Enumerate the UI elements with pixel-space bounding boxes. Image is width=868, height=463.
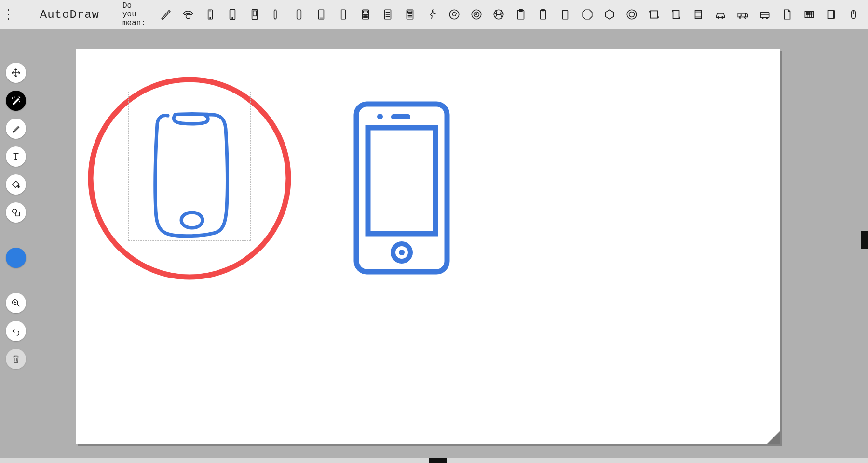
suggestion-octagon-icon[interactable] [581, 8, 594, 21]
suggestion-clipboard2-icon[interactable] [536, 8, 550, 21]
suggestion-mouse-icon[interactable] [847, 8, 860, 21]
left-toolbar [6, 63, 26, 369]
draw-tool[interactable] [6, 119, 26, 139]
svg-line-77 [17, 304, 20, 307]
suggestion-hexagon-icon[interactable] [603, 8, 616, 21]
svg-point-17 [364, 16, 365, 17]
suggestion-scroll3-icon[interactable] [692, 8, 705, 21]
suggestion-document-icon[interactable] [780, 8, 794, 21]
suggestion-clipboard-icon[interactable] [514, 8, 528, 21]
svg-point-84 [377, 114, 383, 119]
svg-rect-64 [807, 12, 808, 15]
svg-rect-4 [230, 9, 235, 20]
right-scroll-handle[interactable] [861, 231, 868, 249]
svg-point-30 [449, 10, 459, 19]
app-title: AutoDraw [40, 8, 99, 21]
suggestion-pen-icon[interactable] [159, 8, 173, 21]
svg-rect-40 [563, 10, 568, 19]
suggestion-phone-rect-icon[interactable] [314, 8, 328, 21]
suggestion-calculator-icon[interactable] [359, 8, 372, 21]
svg-point-59 [766, 18, 767, 19]
suggestion-soccer-ball-icon[interactable] [448, 8, 461, 21]
canvas[interactable] [76, 49, 780, 444]
svg-point-0 [186, 14, 190, 19]
bottom-scroll-handle[interactable] [429, 458, 447, 463]
svg-point-32 [472, 10, 481, 19]
svg-rect-85 [391, 114, 410, 119]
shape-tool[interactable] [6, 202, 26, 223]
svg-rect-8 [297, 10, 301, 19]
suggestion-smartphone2-icon[interactable] [248, 8, 261, 21]
svg-rect-66 [811, 12, 812, 15]
svg-marker-31 [452, 12, 457, 16]
suggestion-phone-handset-icon[interactable] [270, 8, 284, 21]
svg-point-44 [629, 12, 635, 17]
suggestion-piano-icon[interactable] [802, 8, 816, 21]
svg-point-52 [739, 17, 741, 18]
svg-point-14 [364, 14, 365, 15]
svg-marker-41 [583, 10, 592, 19]
svg-point-72 [14, 97, 14, 97]
svg-rect-7 [253, 11, 257, 16]
undo-tool[interactable] [6, 321, 26, 341]
svg-point-34 [476, 14, 477, 15]
svg-rect-38 [541, 10, 546, 19]
suggestion-scroll2-icon[interactable] [669, 8, 683, 21]
svg-point-53 [745, 17, 746, 18]
move-tool[interactable] [6, 63, 26, 83]
suggestion-smartphone-icon[interactable] [226, 8, 239, 21]
fill-tool[interactable] [6, 174, 26, 195]
trash-tool[interactable] [6, 349, 26, 369]
color-picker[interactable] [6, 248, 26, 268]
svg-point-18 [365, 16, 366, 17]
top-bar: AutoDraw Do you mean: [0, 0, 868, 29]
suggestion-calculator2-icon[interactable] [381, 8, 394, 21]
svg-rect-65 [809, 12, 810, 15]
suggestion-clipboard3-icon[interactable] [558, 8, 572, 21]
svg-point-74 [13, 209, 17, 213]
suggestion-strip [159, 8, 860, 21]
suggestion-volleyball-icon[interactable] [492, 8, 505, 21]
suggestion-car-icon[interactable] [714, 8, 727, 21]
suggestion-mobile-outline-icon[interactable] [203, 8, 217, 21]
suggestion-phone-rect2-icon[interactable] [337, 8, 350, 21]
svg-point-43 [627, 10, 637, 19]
suggestion-ambulance-icon[interactable] [736, 8, 749, 21]
svg-point-73 [19, 101, 20, 102]
suggestion-runner-icon[interactable] [425, 8, 439, 21]
suggestion-scroll-icon[interactable] [647, 8, 661, 21]
svg-point-81 [181, 212, 203, 228]
autodraw-tool[interactable] [6, 91, 26, 111]
svg-rect-25 [408, 11, 412, 12]
suggestion-bus-icon[interactable] [758, 8, 772, 21]
suggestion-circle-ring-icon[interactable] [625, 8, 638, 21]
svg-point-29 [432, 10, 434, 12]
svg-rect-83 [368, 128, 435, 234]
suggestion-last-icon[interactable] [825, 8, 838, 21]
suggestion-target-icon[interactable] [470, 8, 483, 21]
svg-rect-67 [828, 10, 834, 18]
suggestion-calculator3-icon[interactable] [403, 8, 417, 21]
svg-point-5 [232, 18, 233, 19]
svg-point-71 [12, 98, 13, 98]
suggestion-rotary-phone-icon[interactable] [181, 8, 195, 21]
autodraw-smartphone-icon[interactable] [353, 101, 450, 275]
svg-rect-13 [364, 11, 368, 13]
svg-marker-42 [605, 10, 613, 19]
user-sketch-phone-icon[interactable] [149, 112, 235, 242]
svg-rect-45 [673, 10, 679, 18]
suggestion-phone-thin-icon[interactable] [292, 8, 306, 21]
text-tool[interactable] [6, 146, 26, 167]
svg-point-87 [399, 250, 405, 255]
svg-point-58 [762, 18, 763, 19]
zoom-tool[interactable] [6, 293, 26, 313]
svg-rect-11 [341, 10, 346, 19]
svg-point-3 [210, 18, 211, 19]
menu-icon[interactable] [8, 9, 9, 20]
svg-point-15 [365, 14, 366, 15]
svg-point-33 [474, 12, 479, 17]
svg-point-19 [366, 16, 367, 17]
svg-point-16 [366, 14, 367, 15]
do-you-mean-label: Do you mean: [122, 1, 146, 27]
